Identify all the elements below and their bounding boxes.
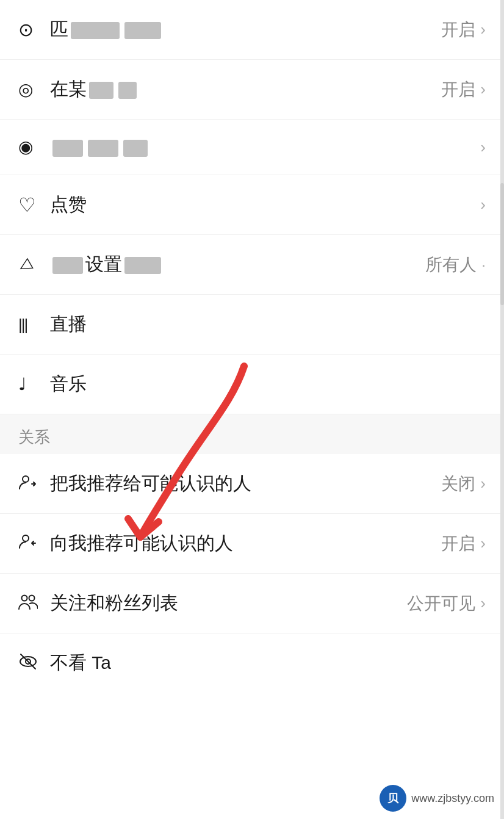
- item-value-fans-list: 公开可见: [407, 592, 475, 615]
- watch-icon: ◉: [18, 139, 33, 156]
- icon-area-live: |||: [18, 317, 50, 333]
- settings-item-no-see[interactable]: 不看 Ta: [0, 633, 504, 693]
- item-value-recommend-to: 关闭: [441, 472, 475, 496]
- item-label-share: 设置: [50, 252, 425, 277]
- watermark-url: www.zjbstyy.com: [411, 792, 494, 805]
- scrollbar[interactable]: [500, 0, 504, 819]
- share-icon: ◁: [15, 254, 34, 275]
- icon-area-like: ♡: [18, 195, 50, 215]
- item-label-recommend-to: 把我推荐给可能认识的人: [50, 471, 441, 496]
- icon-area-watch: ◉: [18, 139, 50, 156]
- section-header-relation: 关系: [0, 414, 504, 454]
- chevron-fans-list: ›: [480, 594, 486, 613]
- settings-item-recommend-to[interactable]: 把我推荐给可能认识的人 关闭 ›: [0, 454, 504, 514]
- settings-item-recommend-from[interactable]: 向我推荐可能认识的人 开启 ›: [0, 514, 504, 574]
- settings-item-share[interactable]: ◁ 设置 所有人 ·: [0, 235, 504, 295]
- item-label-location: 匹: [50, 17, 441, 42]
- settings-item-live[interactable]: ||| 直播: [0, 295, 504, 355]
- settings-list: ⊙ 匹 开启 › ◎ 在某 开启 › ◉ › ♡ 点赞 ›: [0, 0, 504, 693]
- chevron-nearby: ›: [480, 80, 486, 99]
- chevron-recommend-from: ›: [480, 534, 486, 553]
- item-label-nearby: 在某: [50, 77, 441, 102]
- svg-point-1: [23, 535, 29, 541]
- icon-area-nearby: ◎: [18, 81, 50, 98]
- item-label-like: 点赞: [50, 192, 480, 217]
- live-icon: |||: [18, 317, 27, 333]
- item-value-share: 所有人: [425, 253, 477, 276]
- scrollbar-thumb: [500, 183, 504, 305]
- item-label-live: 直播: [50, 312, 486, 337]
- settings-item-watch[interactable]: ◉ ›: [0, 120, 504, 175]
- icon-area-recommend-from: [18, 532, 50, 555]
- settings-item-music[interactable]: ♩ 音乐: [0, 355, 504, 414]
- like-icon: ♡: [18, 195, 36, 215]
- no-see-icon: [18, 652, 38, 674]
- icon-area-fans-list: [18, 592, 50, 615]
- icon-area-no-see: [18, 652, 50, 674]
- chevron-location: ›: [480, 20, 486, 39]
- settings-item-location[interactable]: ⊙ 匹 开启 ›: [0, 0, 504, 60]
- settings-item-fans-list[interactable]: 关注和粉丝列表 公开可见 ›: [0, 574, 504, 633]
- chevron-like: ›: [480, 195, 486, 214]
- nearby-icon: ◎: [18, 81, 33, 98]
- icon-area: ⊙: [18, 21, 50, 39]
- chevron-watch: ›: [480, 138, 486, 157]
- item-label-fans-list: 关注和粉丝列表: [50, 591, 407, 616]
- item-label-watch: [50, 137, 480, 157]
- settings-item-nearby[interactable]: ◎ 在某 开启 ›: [0, 60, 504, 120]
- icon-area-recommend-to: [18, 473, 50, 495]
- recommend-from-icon: [18, 532, 38, 555]
- chevron-recommend-to: ›: [480, 474, 486, 493]
- location-icon: ⊙: [18, 21, 34, 39]
- icon-area-share: ◁: [18, 257, 50, 273]
- svg-point-3: [29, 596, 35, 601]
- watermark-logo: 贝: [380, 785, 406, 812]
- recommend-to-icon: [18, 473, 38, 495]
- item-value-location: 开启: [441, 18, 475, 41]
- svg-point-0: [23, 476, 29, 482]
- fans-list-icon: [18, 592, 38, 615]
- item-label-recommend-from: 向我推荐可能认识的人: [50, 531, 441, 556]
- watermark: 贝 www.zjbstyy.com: [380, 785, 494, 812]
- settings-item-like[interactable]: ♡ 点赞 ›: [0, 175, 504, 235]
- chevron-share: ·: [481, 256, 486, 273]
- music-icon: ♩: [18, 376, 26, 393]
- item-value-nearby: 开启: [441, 78, 475, 101]
- item-value-recommend-from: 开启: [441, 532, 475, 555]
- item-label-no-see: 不看 Ta: [50, 651, 486, 676]
- svg-point-2: [22, 596, 27, 601]
- icon-area-music: ♩: [18, 376, 50, 393]
- item-label-music: 音乐: [50, 372, 486, 397]
